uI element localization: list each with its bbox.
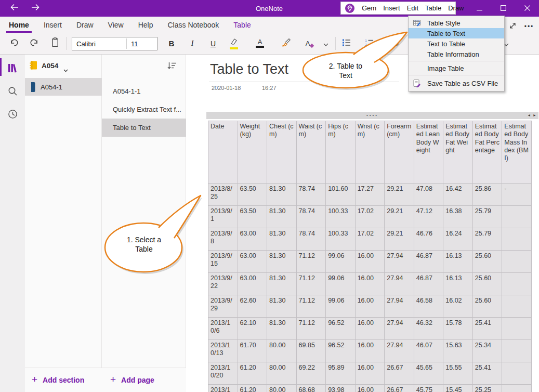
table-cell[interactable]: 69.22	[296, 362, 326, 385]
bullet-list-button[interactable]	[340, 33, 352, 54]
table-cell[interactable]: 25.79	[472, 206, 502, 228]
table-cell[interactable]	[502, 362, 532, 385]
table-cell[interactable]: 63.50	[238, 184, 267, 206]
tab-insert[interactable]: Insert	[44, 17, 62, 33]
table-cell[interactable]	[502, 251, 532, 273]
column-header[interactable]: Hips (cm)	[326, 121, 356, 184]
table-cell[interactable]: 71.12	[296, 318, 326, 340]
table-cell[interactable]: 25.79	[472, 228, 502, 251]
italic-button[interactable]: I	[186, 33, 199, 54]
format-painter-button[interactable]	[280, 33, 292, 54]
column-header[interactable]: Weight (kg)	[238, 121, 267, 184]
table-cell[interactable]: 2013/10/27	[208, 385, 238, 392]
table-cell[interactable]: 81.30	[267, 273, 297, 295]
table-cell[interactable]: 80.00	[267, 340, 297, 362]
table-cell[interactable]: 61.70	[238, 340, 267, 362]
table-cell[interactable]: 2013/9/8	[208, 228, 238, 251]
notebooks-button[interactable]	[0, 58, 25, 81]
add-section-button[interactable]: + Add section	[25, 368, 102, 392]
tab-class-notebook[interactable]: Class Notebook	[167, 17, 219, 33]
tab-draw[interactable]: Draw	[76, 17, 94, 33]
gem-menu-edit[interactable]: Edit	[407, 4, 418, 12]
table-cell[interactable]: 96.52	[326, 318, 356, 340]
table-cell[interactable]: 25.60	[472, 273, 502, 295]
maximize-button[interactable]	[491, 0, 515, 17]
bold-button[interactable]: B	[165, 33, 178, 54]
page-item-selected[interactable]: Table to Text	[102, 119, 186, 137]
table-cell[interactable]: 78.74	[296, 228, 326, 251]
table-cell[interactable]: 93.98	[326, 385, 356, 392]
table-cell[interactable]: 78.74	[296, 206, 326, 228]
table-cell[interactable]: 81.30	[267, 251, 297, 273]
table-cell[interactable]: 16.00	[355, 385, 385, 392]
table-cell[interactable]: 16.24	[443, 228, 473, 251]
minimize-button[interactable]	[467, 0, 491, 17]
table-cell[interactable]	[502, 273, 532, 295]
gem-menu-draw[interactable]: Draw	[448, 4, 464, 12]
table-cell[interactable]: 17.27	[355, 184, 385, 206]
menu-item-image-table[interactable]: Image Table	[409, 63, 504, 73]
page-item[interactable]: A054-1-1	[102, 82, 186, 100]
table-cell[interactable]: 100.33	[326, 206, 356, 228]
notebook-chevron-icon[interactable]	[63, 65, 68, 74]
tab-help[interactable]: Help	[138, 17, 153, 33]
tab-view[interactable]: View	[108, 17, 124, 33]
table-cell[interactable]: 16.42	[443, 184, 473, 206]
redo-button[interactable]	[28, 33, 41, 54]
menu-item-text-to-table[interactable]: Text to Table	[409, 38, 504, 49]
table-cell[interactable]: 95.89	[326, 362, 356, 385]
close-button[interactable]	[515, 0, 539, 17]
font-color-button[interactable]: A	[254, 33, 266, 54]
table-cell[interactable]	[502, 318, 532, 340]
column-header[interactable]: Date	[208, 121, 238, 184]
column-header[interactable]: Estimated Lean Body Weight	[414, 121, 443, 184]
undo-button[interactable]	[8, 33, 20, 54]
underline-button[interactable]: U	[207, 33, 219, 54]
table-cell[interactable]: 27.94	[385, 340, 414, 362]
table-cell[interactable]: 61.20	[238, 385, 267, 392]
table-cell[interactable]	[502, 228, 532, 251]
table-cell[interactable]: 16.00	[355, 362, 385, 385]
table-cell[interactable]: 80.00	[267, 385, 297, 392]
table-cell[interactable]: 15.45	[443, 385, 473, 392]
table-cell[interactable]: 99.06	[326, 295, 356, 318]
recent-notes-button[interactable]	[0, 103, 25, 126]
table-cell[interactable]: 26.67	[385, 385, 414, 392]
forward-button[interactable]	[25, 0, 46, 17]
column-header[interactable]: Estimated Body Fat Percentage	[472, 121, 502, 184]
table-cell[interactable]: 17.02	[355, 206, 385, 228]
table-cell[interactable]: 2013/9/29	[208, 295, 238, 318]
table-cell[interactable]: 29.21	[385, 206, 414, 228]
table-cell[interactable]: 16.13	[443, 273, 473, 295]
notebook-selector[interactable]: A054	[42, 62, 58, 70]
table-cell[interactable]: 45.75	[414, 385, 443, 392]
tab-home[interactable]: Home	[9, 17, 29, 33]
table-cell[interactable]: 81.30	[267, 295, 297, 318]
table-cell[interactable]: 15.78	[443, 318, 473, 340]
paste-button[interactable]	[49, 33, 61, 54]
table-cell[interactable]: 2013/9/15	[208, 251, 238, 273]
table-cell[interactable]: 16.02	[443, 295, 473, 318]
table-cell[interactable]: 63.00	[238, 273, 267, 295]
content-block-handle[interactable]: •••• ◄ ►	[206, 112, 538, 119]
table-cell[interactable]: 80.00	[267, 362, 297, 385]
table-cell[interactable]: 27.94	[385, 251, 414, 273]
table-cell[interactable]: 63.00	[238, 228, 267, 251]
table-cell[interactable]: 25.41	[472, 362, 502, 385]
table-cell[interactable]: 47.12	[414, 206, 443, 228]
clear-formatting-button[interactable]: A	[301, 33, 314, 54]
table-cell[interactable]: 63.50	[238, 206, 267, 228]
table-cell[interactable]: 99.06	[326, 273, 356, 295]
table-cell[interactable]: 46.07	[414, 340, 443, 362]
column-header[interactable]: Estimated Body Fat Weight	[443, 121, 473, 184]
table-cell[interactable]	[502, 340, 532, 362]
table-cell[interactable]: 16.00	[355, 318, 385, 340]
table-cell[interactable]: 25.34	[472, 340, 502, 362]
table-cell[interactable]: 101.60	[326, 184, 356, 206]
table-cell[interactable]: 29.21	[385, 184, 414, 206]
table-cell[interactable]: 16.00	[355, 340, 385, 362]
table-cell[interactable]: 81.30	[267, 184, 297, 206]
table-cell[interactable]: 46.87	[414, 273, 443, 295]
table-cell[interactable]: 62.10	[238, 318, 267, 340]
table-cell[interactable]: 100.33	[326, 228, 356, 251]
